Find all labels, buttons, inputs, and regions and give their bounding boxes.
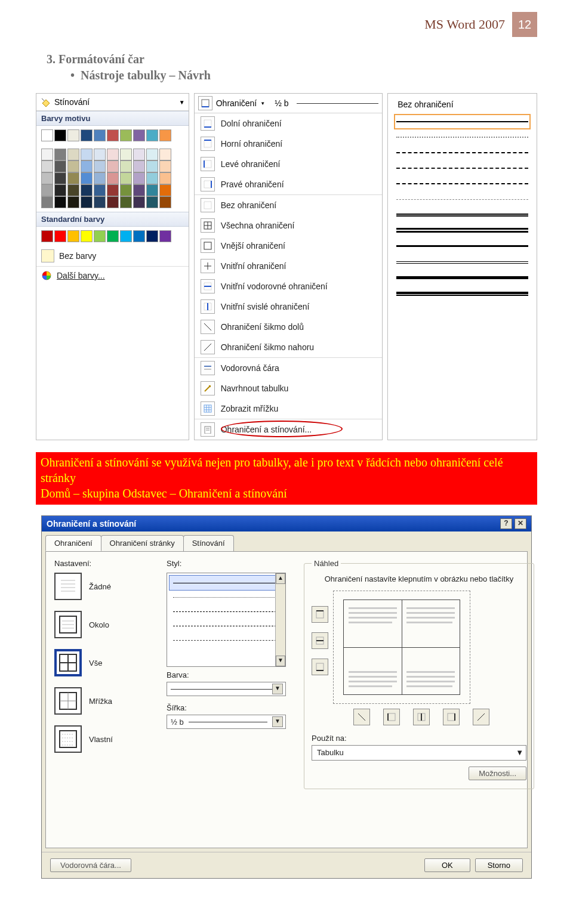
color-swatch[interactable] bbox=[120, 149, 132, 160]
scrollbar[interactable]: ▲ ▼ bbox=[275, 573, 285, 666]
style-listbox[interactable]: ▲ ▼ bbox=[167, 573, 286, 667]
borders-dropdown-item[interactable]: Ohraničení šikmo dolů bbox=[195, 317, 382, 337]
color-combo[interactable]: ▼ bbox=[167, 682, 286, 696]
line-style-option[interactable] bbox=[394, 254, 531, 269]
shading-button[interactable]: Stínování ▼ bbox=[36, 94, 189, 111]
borders-dropdown-item[interactable]: Vnitřní ohraničení bbox=[195, 256, 382, 276]
dialog-tab[interactable]: Ohraničení stránky bbox=[101, 535, 184, 551]
color-swatch[interactable] bbox=[133, 149, 145, 160]
color-swatch[interactable] bbox=[120, 129, 132, 141]
preview-vmiddle-border-button[interactable] bbox=[413, 709, 430, 725]
color-swatch[interactable] bbox=[54, 149, 66, 160]
color-swatch[interactable] bbox=[67, 184, 79, 196]
horizontal-line-button[interactable]: Vodorovná čára... bbox=[50, 858, 131, 872]
color-swatch[interactable] bbox=[107, 160, 119, 172]
color-swatch[interactable] bbox=[120, 172, 132, 184]
color-swatch[interactable] bbox=[81, 149, 93, 160]
color-swatch[interactable] bbox=[41, 184, 53, 196]
help-button[interactable]: ? bbox=[500, 518, 512, 529]
color-swatch[interactable] bbox=[146, 184, 158, 196]
color-swatch[interactable] bbox=[133, 230, 145, 242]
line-style-option[interactable] bbox=[394, 222, 531, 238]
color-swatch[interactable] bbox=[146, 172, 158, 184]
preview-hmiddle-border-button[interactable] bbox=[312, 632, 328, 649]
color-swatch[interactable] bbox=[67, 172, 79, 184]
setting-option[interactable]: Vše bbox=[54, 649, 156, 676]
borders-dropdown-item[interactable]: Vnitřní vodorovné ohraničení bbox=[195, 276, 382, 296]
color-swatch[interactable] bbox=[107, 149, 119, 160]
color-swatch[interactable] bbox=[54, 172, 66, 184]
color-swatch[interactable] bbox=[54, 196, 66, 208]
borders-dropdown-item[interactable]: Ohraničení a stínování... bbox=[195, 419, 382, 440]
line-style-option[interactable] bbox=[394, 207, 531, 222]
color-swatch[interactable] bbox=[67, 129, 79, 141]
color-swatch[interactable] bbox=[54, 230, 66, 242]
borders-dropdown-item[interactable]: Pravé ohraničení bbox=[195, 174, 382, 194]
cancel-button[interactable]: Storno bbox=[475, 858, 523, 872]
preview-diag-up-button[interactable] bbox=[473, 709, 489, 725]
color-swatch[interactable] bbox=[94, 160, 106, 172]
color-swatch[interactable] bbox=[159, 184, 171, 196]
color-swatch[interactable] bbox=[94, 129, 106, 141]
preview-diag-down-button[interactable] bbox=[353, 709, 370, 725]
color-swatch[interactable] bbox=[107, 184, 119, 196]
no-color-item[interactable]: Bez barvy bbox=[36, 246, 189, 266]
color-swatch[interactable] bbox=[81, 184, 93, 196]
color-swatch[interactable] bbox=[146, 129, 158, 141]
color-swatch[interactable] bbox=[67, 230, 79, 242]
style-option[interactable] bbox=[170, 590, 283, 604]
color-swatch[interactable] bbox=[107, 196, 119, 208]
pen-width-label[interactable]: ½ b bbox=[275, 98, 288, 108]
color-swatch[interactable] bbox=[133, 184, 145, 196]
line-style-option[interactable] bbox=[394, 191, 531, 207]
dialog-tab[interactable]: Stínování bbox=[183, 535, 234, 551]
color-swatch[interactable] bbox=[41, 196, 53, 208]
color-swatch[interactable] bbox=[146, 160, 158, 172]
color-swatch[interactable] bbox=[133, 172, 145, 184]
ok-button[interactable]: OK bbox=[424, 858, 470, 872]
dialog-tab[interactable]: Ohraničení bbox=[45, 535, 101, 551]
preview-top-border-button[interactable] bbox=[312, 606, 328, 623]
scroll-up-icon[interactable]: ▲ bbox=[276, 573, 285, 584]
preview-grid[interactable] bbox=[333, 591, 470, 704]
color-swatch[interactable] bbox=[146, 196, 158, 208]
color-swatch[interactable] bbox=[54, 129, 66, 141]
color-swatch[interactable] bbox=[67, 160, 79, 172]
color-swatch[interactable] bbox=[41, 230, 53, 242]
color-swatch[interactable] bbox=[81, 172, 93, 184]
borders-dropdown-item[interactable]: Vnitřní svislé ohraničení bbox=[195, 296, 382, 317]
preview-right-border-button[interactable] bbox=[443, 709, 460, 725]
line-style-option[interactable] bbox=[394, 238, 531, 254]
color-swatch[interactable] bbox=[67, 149, 79, 160]
borders-dropdown-item[interactable]: Vodorovná čára bbox=[195, 357, 382, 378]
line-style-option[interactable] bbox=[394, 114, 531, 129]
line-style-option[interactable] bbox=[394, 285, 531, 300]
borders-dropdown-item[interactable]: Horní ohraničení bbox=[195, 134, 382, 154]
color-swatch[interactable] bbox=[159, 172, 171, 184]
color-swatch[interactable] bbox=[133, 196, 145, 208]
color-swatch[interactable] bbox=[159, 160, 171, 172]
color-swatch[interactable] bbox=[146, 230, 158, 242]
color-swatch[interactable] bbox=[41, 129, 53, 141]
color-swatch[interactable] bbox=[159, 129, 171, 141]
color-swatch[interactable] bbox=[159, 230, 171, 242]
color-swatch[interactable] bbox=[81, 196, 93, 208]
borders-dropdown-item[interactable]: Bez ohraničení bbox=[195, 194, 382, 215]
borders-dropdown-item[interactable]: Dolní ohraničení bbox=[195, 113, 382, 134]
color-swatch[interactable] bbox=[107, 129, 119, 141]
color-swatch[interactable] bbox=[41, 160, 53, 172]
setting-option[interactable]: Mřížka bbox=[54, 687, 156, 715]
preview-left-border-button[interactable] bbox=[383, 709, 400, 725]
line-style-option[interactable] bbox=[394, 176, 531, 191]
style-option[interactable] bbox=[169, 575, 284, 591]
color-swatch[interactable] bbox=[81, 160, 93, 172]
line-style-option[interactable] bbox=[394, 129, 531, 145]
color-swatch[interactable] bbox=[94, 196, 106, 208]
width-combo[interactable]: ½ b ▼ bbox=[167, 715, 286, 729]
color-swatch[interactable] bbox=[107, 172, 119, 184]
style-option[interactable] bbox=[170, 619, 283, 633]
preview-bottom-border-button[interactable] bbox=[312, 659, 328, 675]
scroll-down-icon[interactable]: ▼ bbox=[276, 656, 285, 666]
color-swatch[interactable] bbox=[41, 172, 53, 184]
borders-dropdown-item[interactable]: Ohraničení šikmo nahoru bbox=[195, 337, 382, 357]
